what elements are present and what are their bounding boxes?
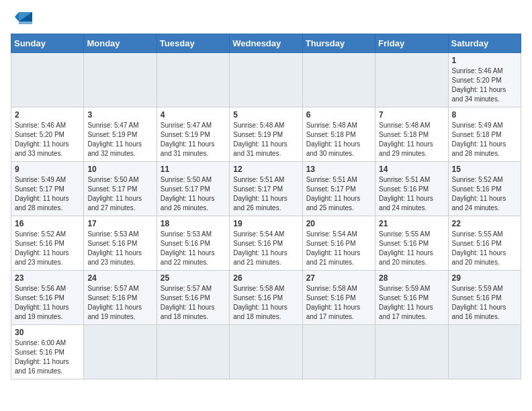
weekday-header: Sunday [11, 34, 84, 53]
day-number: 19 [233, 219, 298, 228]
calendar-cell: 25Sunrise: 5:57 AM Sunset: 5:16 PM Dayli… [157, 271, 229, 325]
calendar-cell [448, 325, 521, 379]
weekday-header: Monday [84, 34, 157, 53]
calendar-cell: 13Sunrise: 5:51 AM Sunset: 5:17 PM Dayli… [302, 162, 375, 216]
day-info: Sunrise: 5:52 AM Sunset: 5:16 PM Dayligh… [15, 230, 80, 267]
day-info: Sunrise: 5:47 AM Sunset: 5:19 PM Dayligh… [87, 121, 152, 158]
calendar-cell: 20Sunrise: 5:54 AM Sunset: 5:16 PM Dayli… [302, 216, 375, 271]
calendar-cell: 29Sunrise: 5:59 AM Sunset: 5:16 PM Dayli… [448, 271, 521, 325]
calendar-cell: 14Sunrise: 5:51 AM Sunset: 5:16 PM Dayli… [375, 162, 448, 216]
day-number: 21 [379, 219, 444, 228]
calendar-cell [157, 53, 229, 107]
calendar-cell: 1Sunrise: 5:46 AM Sunset: 5:20 PM Daylig… [448, 53, 521, 107]
day-number: 26 [233, 273, 298, 283]
calendar-cell: 17Sunrise: 5:53 AM Sunset: 5:16 PM Dayli… [84, 216, 157, 271]
day-info: Sunrise: 5:58 AM Sunset: 5:16 PM Dayligh… [306, 284, 371, 322]
svg-rect-3 [19, 21, 32, 24]
day-info: Sunrise: 5:58 AM Sunset: 5:16 PM Dayligh… [233, 284, 298, 322]
calendar-cell: 8Sunrise: 5:49 AM Sunset: 5:18 PM Daylig… [448, 107, 521, 162]
day-number: 24 [87, 273, 152, 283]
calendar-cell [375, 53, 448, 107]
calendar-cell: 7Sunrise: 5:48 AM Sunset: 5:18 PM Daylig… [375, 107, 448, 162]
logo-icon [13, 9, 35, 27]
day-info: Sunrise: 6:00 AM Sunset: 5:16 PM Dayligh… [15, 338, 80, 376]
day-number: 5 [233, 110, 298, 120]
day-info: Sunrise: 5:55 AM Sunset: 5:16 PM Dayligh… [452, 230, 517, 267]
calendar-cell: 21Sunrise: 5:55 AM Sunset: 5:16 PM Dayli… [375, 216, 448, 271]
calendar-cell [84, 325, 157, 379]
calendar-cell: 5Sunrise: 5:48 AM Sunset: 5:19 PM Daylig… [230, 107, 302, 162]
calendar-cell: 22Sunrise: 5:55 AM Sunset: 5:16 PM Dayli… [448, 216, 521, 271]
day-info: Sunrise: 5:55 AM Sunset: 5:16 PM Dayligh… [379, 230, 444, 267]
weekday-header: Friday [375, 34, 448, 53]
calendar-cell [230, 53, 302, 107]
day-info: Sunrise: 5:48 AM Sunset: 5:18 PM Dayligh… [306, 121, 371, 158]
calendar-cell: 30Sunrise: 6:00 AM Sunset: 5:16 PM Dayli… [11, 325, 84, 379]
calendar-cell [11, 53, 84, 107]
day-info: Sunrise: 5:49 AM Sunset: 5:17 PM Dayligh… [15, 175, 80, 213]
day-info: Sunrise: 5:46 AM Sunset: 5:20 PM Dayligh… [15, 121, 80, 158]
day-number: 29 [452, 273, 517, 283]
calendar-cell: 27Sunrise: 5:58 AM Sunset: 5:16 PM Dayli… [302, 271, 375, 325]
day-number: 6 [306, 110, 371, 120]
calendar-cell [84, 53, 157, 107]
day-number: 25 [161, 273, 226, 283]
day-number: 15 [452, 165, 517, 174]
day-info: Sunrise: 5:48 AM Sunset: 5:19 PM Dayligh… [233, 121, 298, 158]
day-number: 27 [306, 273, 371, 283]
calendar-cell [302, 325, 375, 379]
calendar-cell: 11Sunrise: 5:50 AM Sunset: 5:17 PM Dayli… [157, 162, 229, 216]
day-number: 23 [15, 273, 80, 283]
day-info: Sunrise: 5:50 AM Sunset: 5:17 PM Dayligh… [87, 175, 152, 213]
day-info: Sunrise: 5:51 AM Sunset: 5:17 PM Dayligh… [233, 175, 298, 213]
day-number: 4 [161, 110, 226, 120]
calendar-cell: 4Sunrise: 5:47 AM Sunset: 5:19 PM Daylig… [157, 107, 229, 162]
day-info: Sunrise: 5:54 AM Sunset: 5:16 PM Dayligh… [306, 230, 371, 267]
day-number: 28 [379, 273, 444, 283]
day-number: 17 [87, 219, 152, 228]
calendar-header: SundayMondayTuesdayWednesdayThursdayFrid… [11, 34, 521, 53]
day-info: Sunrise: 5:51 AM Sunset: 5:16 PM Dayligh… [379, 175, 444, 213]
day-number: 13 [306, 165, 371, 174]
day-info: Sunrise: 5:59 AM Sunset: 5:16 PM Dayligh… [379, 284, 444, 322]
day-info: Sunrise: 5:56 AM Sunset: 5:16 PM Dayligh… [15, 284, 80, 322]
calendar-cell: 24Sunrise: 5:57 AM Sunset: 5:16 PM Dayli… [84, 271, 157, 325]
day-number: 7 [379, 110, 444, 120]
calendar-cell: 6Sunrise: 5:48 AM Sunset: 5:18 PM Daylig… [302, 107, 375, 162]
day-info: Sunrise: 5:48 AM Sunset: 5:18 PM Dayligh… [379, 121, 444, 158]
calendar: SundayMondayTuesdayWednesdayThursdayFrid… [11, 34, 521, 379]
day-number: 1 [452, 56, 517, 65]
calendar-cell: 15Sunrise: 5:52 AM Sunset: 5:16 PM Dayli… [448, 162, 521, 216]
day-number: 30 [15, 328, 80, 337]
calendar-cell: 18Sunrise: 5:53 AM Sunset: 5:16 PM Dayli… [157, 216, 229, 271]
day-info: Sunrise: 5:49 AM Sunset: 5:18 PM Dayligh… [452, 121, 517, 158]
calendar-cell [302, 53, 375, 107]
calendar-cell: 23Sunrise: 5:56 AM Sunset: 5:16 PM Dayli… [11, 271, 84, 325]
day-info: Sunrise: 5:57 AM Sunset: 5:16 PM Dayligh… [161, 284, 226, 322]
calendar-cell: 16Sunrise: 5:52 AM Sunset: 5:16 PM Dayli… [11, 216, 84, 271]
day-number: 16 [15, 219, 80, 228]
day-number: 3 [87, 110, 152, 120]
day-number: 2 [15, 110, 80, 120]
day-number: 22 [452, 219, 517, 228]
logo [11, 11, 35, 27]
calendar-cell [157, 325, 229, 379]
day-info: Sunrise: 5:53 AM Sunset: 5:16 PM Dayligh… [161, 230, 226, 267]
calendar-cell: 3Sunrise: 5:47 AM Sunset: 5:19 PM Daylig… [84, 107, 157, 162]
calendar-cell: 10Sunrise: 5:50 AM Sunset: 5:17 PM Dayli… [84, 162, 157, 216]
calendar-cell: 9Sunrise: 5:49 AM Sunset: 5:17 PM Daylig… [11, 162, 84, 216]
day-number: 12 [233, 165, 298, 174]
calendar-cell [230, 325, 302, 379]
calendar-cell: 19Sunrise: 5:54 AM Sunset: 5:16 PM Dayli… [230, 216, 302, 271]
day-number: 18 [161, 219, 226, 228]
header [11, 11, 521, 27]
day-number: 10 [87, 165, 152, 174]
day-number: 20 [306, 219, 371, 228]
day-info: Sunrise: 5:57 AM Sunset: 5:16 PM Dayligh… [87, 284, 152, 322]
weekday-header: Saturday [448, 34, 521, 53]
day-info: Sunrise: 5:59 AM Sunset: 5:16 PM Dayligh… [452, 284, 517, 322]
day-number: 9 [15, 165, 80, 174]
svg-marker-2 [15, 12, 19, 21]
calendar-cell: 28Sunrise: 5:59 AM Sunset: 5:16 PM Dayli… [375, 271, 448, 325]
day-info: Sunrise: 5:53 AM Sunset: 5:16 PM Dayligh… [87, 230, 152, 267]
